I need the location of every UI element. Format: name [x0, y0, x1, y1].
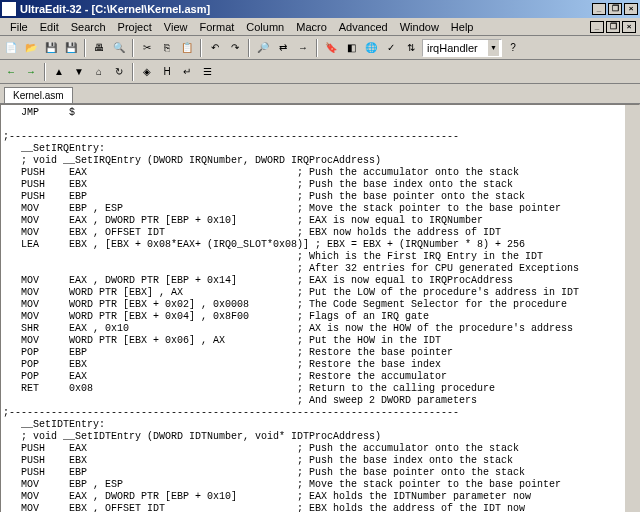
back-icon[interactable]: ← — [2, 63, 20, 81]
replace-icon[interactable]: ⇄ — [274, 39, 292, 57]
window-buttons: _ ❐ × — [592, 3, 638, 15]
menu-edit[interactable]: Edit — [34, 19, 65, 35]
mdi-restore-button[interactable]: ❐ — [606, 21, 620, 33]
menu-window[interactable]: Window — [394, 19, 445, 35]
mdi-buttons: _ ❐ × — [590, 21, 636, 33]
refresh-icon[interactable]: ↻ — [110, 63, 128, 81]
minimize-button[interactable]: _ — [592, 3, 606, 15]
web-icon[interactable]: 🌐 — [362, 39, 380, 57]
menu-view[interactable]: View — [158, 19, 194, 35]
open-icon[interactable]: 📂 — [22, 39, 40, 57]
main-toolbar: 📄 📂 💾 💾 🖶 🔍 ✂ ⎘ 📋 ↶ ↷ 🔎 ⇄ → 🔖 ◧ 🌐 ✓ ⇅ ir… — [0, 36, 640, 60]
mdi-close-button[interactable]: × — [622, 21, 636, 33]
code-content[interactable]: JMP $ ;---------------------------------… — [1, 105, 639, 512]
menu-column[interactable]: Column — [240, 19, 290, 35]
tab-kernel[interactable]: Kernel.asm — [4, 87, 73, 103]
copy-icon[interactable]: ⎘ — [158, 39, 176, 57]
close-button[interactable]: × — [624, 3, 638, 15]
saveall-icon[interactable]: 💾 — [62, 39, 80, 57]
menu-search[interactable]: Search — [65, 19, 112, 35]
nav-toolbar: ← → ▲ ▼ ⌂ ↻ ◈ H ↵ ☰ — [0, 60, 640, 84]
menu-project[interactable]: Project — [112, 19, 158, 35]
menu-help[interactable]: Help — [445, 19, 480, 35]
home-icon[interactable]: ⌂ — [90, 63, 108, 81]
mdi-minimize-button[interactable]: _ — [590, 21, 604, 33]
forward-icon[interactable]: → — [22, 63, 40, 81]
cut-icon[interactable]: ✂ — [138, 39, 156, 57]
find-icon[interactable]: 🔎 — [254, 39, 272, 57]
function-dropdown[interactable]: irqHandler — [422, 39, 502, 57]
save-icon[interactable]: 💾 — [42, 39, 60, 57]
window-title: UltraEdit-32 - [C:\Kernel\Kernel.asm] — [20, 3, 210, 15]
restore-button[interactable]: ❐ — [608, 3, 622, 15]
separator — [44, 63, 46, 81]
wrap-icon[interactable]: ↵ — [178, 63, 196, 81]
bookmark-icon[interactable]: 🔖 — [322, 39, 340, 57]
print-icon[interactable]: 🖶 — [90, 39, 108, 57]
paste-icon[interactable]: 📋 — [178, 39, 196, 57]
help-icon[interactable]: ? — [504, 39, 522, 57]
preview-icon[interactable]: 🔍 — [110, 39, 128, 57]
hex-icon[interactable]: H — [158, 63, 176, 81]
title-bar: UltraEdit-32 - [C:\Kernel\Kernel.asm] _ … — [0, 0, 640, 18]
spell-icon[interactable]: ✓ — [382, 39, 400, 57]
down-icon[interactable]: ▼ — [70, 63, 88, 81]
ftp-icon[interactable]: ◈ — [138, 63, 156, 81]
separator — [316, 39, 318, 57]
separator — [132, 39, 134, 57]
menu-bar: File Edit Search Project View Format Col… — [0, 18, 640, 36]
up-icon[interactable]: ▲ — [50, 63, 68, 81]
code-editor[interactable]: JMP $ ;---------------------------------… — [0, 104, 640, 512]
col-icon[interactable]: ☰ — [198, 63, 216, 81]
goto-icon[interactable]: → — [294, 39, 312, 57]
separator — [248, 39, 250, 57]
toggle-icon[interactable]: ◧ — [342, 39, 360, 57]
menu-macro[interactable]: Macro — [290, 19, 333, 35]
vertical-scrollbar[interactable] — [625, 105, 639, 512]
menu-advanced[interactable]: Advanced — [333, 19, 394, 35]
sort-icon[interactable]: ⇅ — [402, 39, 420, 57]
new-icon[interactable]: 📄 — [2, 39, 20, 57]
app-icon — [2, 2, 16, 16]
redo-icon[interactable]: ↷ — [226, 39, 244, 57]
separator — [132, 63, 134, 81]
menu-format[interactable]: Format — [193, 19, 240, 35]
separator — [200, 39, 202, 57]
menu-file[interactable]: File — [4, 19, 34, 35]
tab-bar: Kernel.asm — [0, 84, 640, 104]
undo-icon[interactable]: ↶ — [206, 39, 224, 57]
separator — [84, 39, 86, 57]
